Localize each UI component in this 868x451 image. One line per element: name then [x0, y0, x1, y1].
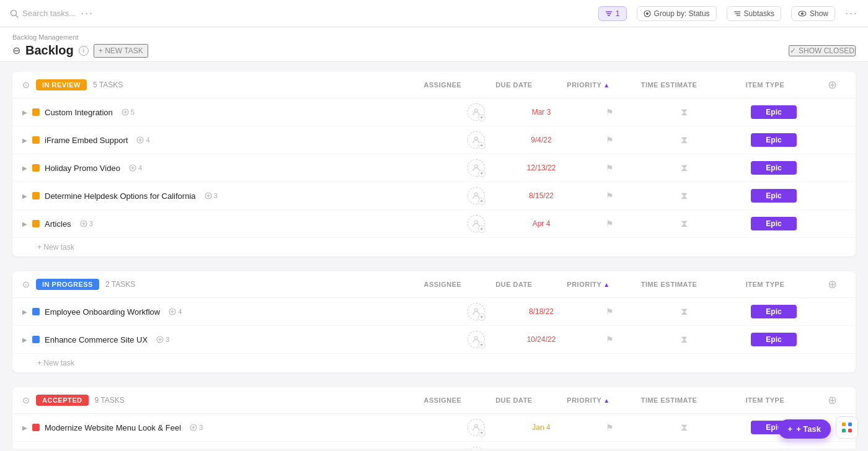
hourglass-icon[interactable]: ⧗	[681, 422, 688, 433]
table-row[interactable]: ▶ Holiday Promo Video 4	[12, 154, 856, 182]
add-assignee-icon[interactable]: +	[478, 114, 485, 121]
assignee-cell[interactable]: +	[445, 331, 507, 348]
show-button[interactable]: Show	[791, 6, 835, 21]
time-estimate-cell[interactable]: ⧗	[644, 334, 724, 345]
add-column-btn[interactable]: ⊕	[821, 278, 843, 291]
priority-cell[interactable]: ⚑	[575, 107, 644, 117]
flag-icon[interactable]: ⚑	[606, 335, 614, 344]
table-row[interactable]: ▶ iFrame Embed Support 4	[12, 126, 856, 154]
add-assignee-icon[interactable]: +	[478, 142, 485, 149]
assignee-avatar[interactable]: +	[467, 303, 485, 320]
time-estimate-cell[interactable]: ⧗	[644, 107, 724, 118]
flag-icon[interactable]: ⚑	[606, 219, 614, 229]
expand-icon[interactable]: ▶	[22, 109, 27, 116]
info-icon[interactable]: i	[79, 46, 89, 56]
flag-icon[interactable]: ⚑	[606, 423, 614, 432]
table-row[interactable]: ▶ Modernize Website Menu Look & Feel 3	[12, 414, 856, 442]
expand-icon[interactable]: ▶	[22, 221, 27, 227]
show-closed-button[interactable]: ✓ SHOW CLOSED	[789, 45, 856, 56]
assignee-cell[interactable]: +	[445, 131, 507, 149]
new-task-button[interactable]: + NEW TASK	[94, 44, 148, 58]
expand-icon[interactable]: ▶	[22, 424, 27, 431]
add-assignee-icon[interactable]: +	[478, 341, 485, 349]
priority-cell[interactable]: ⚑	[575, 423, 644, 432]
due-date-cell[interactable]: 12/13/22	[507, 164, 575, 172]
assignee-avatar[interactable]: +	[467, 187, 485, 204]
due-date-cell[interactable]: Mar 3	[507, 108, 575, 116]
assignee-cell[interactable]: +	[445, 103, 507, 121]
table-row[interactable]: ▶ Custom Integration 5	[12, 99, 856, 126]
topbar-more-icon[interactable]: ···	[845, 7, 858, 20]
hourglass-icon[interactable]: ⧗	[681, 306, 688, 317]
time-estimate-cell[interactable]: ⧗	[644, 306, 724, 317]
priority-cell[interactable]: ⚑	[575, 135, 644, 145]
add-assignee-icon[interactable]: +	[478, 313, 485, 321]
add-assignee-icon[interactable]: +	[478, 429, 485, 437]
table-row[interactable]: ▶ Employee Onboarding Workflow 4	[12, 298, 856, 326]
apps-button[interactable]	[836, 416, 858, 439]
table-row[interactable]: ▶ Articles 3	[12, 210, 856, 238]
assignee-avatar[interactable]: +	[467, 215, 485, 232]
new-task-row[interactable]: + New task	[12, 238, 856, 256]
collapse-icon-in-review[interactable]: ⊙	[22, 80, 30, 90]
flag-icon[interactable]: ⚑	[606, 307, 614, 317]
assignee-cell[interactable]: +	[445, 303, 507, 320]
assignee-cell[interactable]: +	[445, 187, 507, 204]
assignee-avatar[interactable]: +	[467, 103, 485, 121]
assignee-cell[interactable]: +	[445, 159, 507, 177]
assignee-avatar[interactable]: +	[467, 419, 485, 436]
priority-cell[interactable]: ⚑	[575, 191, 644, 201]
flag-icon[interactable]: ⚑	[606, 135, 614, 145]
new-task-row[interactable]: + New task	[12, 354, 856, 372]
collapse-icon-in-progress[interactable]: ⊙	[22, 279, 30, 289]
assignee-avatar[interactable]: +	[467, 131, 485, 149]
table-row[interactable]: ▶ Enhance Commerce Site UX 3	[12, 326, 856, 354]
flag-icon[interactable]: ⚑	[606, 163, 614, 173]
priority-cell[interactable]: ⚑	[575, 307, 644, 317]
expand-icon[interactable]: ▶	[22, 193, 27, 199]
hourglass-icon[interactable]: ⧗	[681, 162, 688, 173]
due-date-cell[interactable]: Apr 4	[507, 219, 575, 228]
time-estimate-cell[interactable]: ⧗	[644, 134, 724, 146]
table-row[interactable]: ▶ Enhance Customer Portal 3	[12, 442, 856, 449]
due-date-cell[interactable]: 8/15/22	[507, 191, 575, 200]
priority-cell[interactable]: ⚑	[575, 219, 644, 229]
table-row[interactable]: ▶ Determine Helpdesk Options for Califor…	[12, 182, 856, 210]
flag-icon[interactable]: ⚑	[606, 107, 614, 117]
expand-icon[interactable]: ▶	[22, 137, 27, 144]
add-column-btn[interactable]: ⊕	[821, 393, 843, 407]
search-bar[interactable]: Search tasks...	[10, 9, 76, 18]
time-estimate-cell[interactable]: ⧗	[644, 218, 724, 229]
add-assignee-icon[interactable]: +	[478, 198, 485, 205]
hourglass-icon[interactable]: ⧗	[681, 218, 688, 229]
due-date-cell[interactable]: 10/24/22	[507, 335, 575, 344]
hourglass-icon[interactable]: ⧗	[681, 334, 688, 345]
hourglass-icon[interactable]: ⧗	[681, 190, 688, 201]
hourglass-icon[interactable]: ⧗	[681, 134, 688, 146]
due-date-cell[interactable]: 9/4/22	[507, 136, 575, 144]
due-date-cell[interactable]: Jan 4	[507, 423, 575, 432]
assignee-cell[interactable]: +	[445, 447, 507, 449]
assignee-cell[interactable]: +	[445, 419, 507, 436]
add-task-fab[interactable]: + + Task	[778, 419, 831, 439]
subtasks-button[interactable]: Subtasks	[727, 6, 781, 21]
priority-cell[interactable]: ⚑	[575, 163, 644, 173]
filter-button[interactable]: 1	[598, 6, 627, 21]
add-column-btn[interactable]: ⊕	[821, 78, 843, 92]
collapse-page-icon[interactable]: ⊖	[12, 45, 20, 56]
flag-icon[interactable]: ⚑	[606, 191, 614, 201]
group-by-button[interactable]: Group by: Status	[637, 6, 717, 21]
more-options-icon[interactable]: ···	[81, 7, 94, 20]
time-estimate-cell[interactable]: ⧗	[644, 190, 724, 201]
expand-icon[interactable]: ▶	[22, 336, 27, 343]
add-assignee-icon[interactable]: +	[478, 170, 485, 177]
due-date-cell[interactable]: 8/18/22	[507, 307, 575, 316]
assignee-avatar[interactable]: +	[467, 331, 485, 348]
expand-icon[interactable]: ▶	[22, 309, 27, 315]
assignee-avatar[interactable]: +	[467, 447, 485, 449]
expand-icon[interactable]: ▶	[22, 165, 27, 172]
time-estimate-cell[interactable]: ⧗	[644, 162, 724, 173]
assignee-cell[interactable]: +	[445, 215, 507, 232]
time-estimate-cell[interactable]: ⧗	[644, 422, 724, 433]
assignee-avatar[interactable]: +	[467, 159, 485, 177]
